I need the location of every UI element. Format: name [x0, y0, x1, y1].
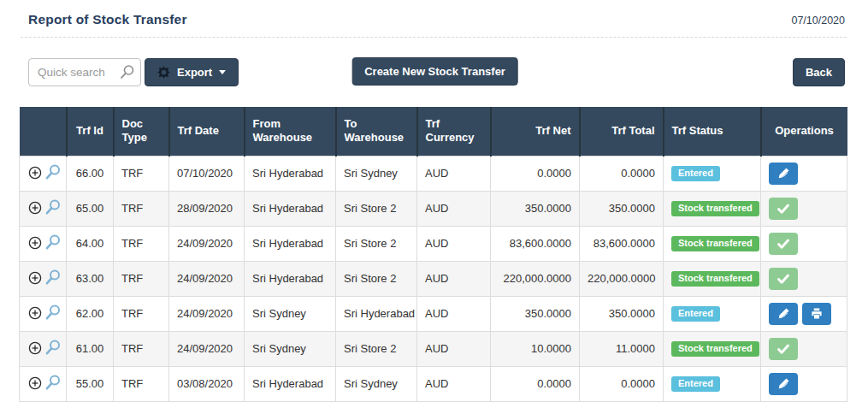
expand-row-icon[interactable] — [27, 270, 43, 286]
col-operations[interactable]: Operations — [761, 107, 847, 156]
page-header: Report of Stock Transfer 07/10/2020 — [28, 0, 845, 27]
col-from-warehouse[interactable]: From Warehouse — [245, 107, 336, 156]
printer-icon — [810, 307, 824, 320]
check-icon — [776, 273, 790, 285]
cell-to-warehouse: Sri Store 2 — [336, 331, 417, 366]
cell-trf-currency: AUD — [417, 366, 491, 401]
cell-operations — [761, 156, 847, 191]
cell-row-actions — [20, 261, 67, 296]
table-row: 65.00TRF28/09/2020Sri HyderabadSri Store… — [20, 191, 847, 226]
view-row-icon[interactable] — [44, 339, 62, 357]
cell-trf-id: 62.00 — [67, 296, 114, 331]
cell-trf-status: Entered — [664, 156, 761, 191]
cell-trf-total: 350.0000 — [580, 191, 664, 226]
cell-trf-date: 07/10/2020 — [169, 156, 245, 191]
cell-from-warehouse: Sri Hyderabad — [245, 191, 336, 226]
cell-trf-status: Entered — [664, 366, 761, 401]
pencil-icon — [777, 377, 790, 390]
expand-row-icon[interactable] — [27, 340, 43, 356]
expand-row-icon[interactable] — [27, 235, 43, 251]
cell-trf-status: Entered — [664, 296, 761, 331]
status-badge: Stock transfered — [671, 236, 759, 251]
col-to-warehouse[interactable]: To Warehouse — [336, 107, 417, 156]
expand-row-icon[interactable] — [27, 165, 43, 180]
cell-trf-net: 0.0000 — [491, 366, 580, 401]
cell-trf-id: 64.00 — [67, 226, 114, 261]
cell-to-warehouse: Sri Sydney — [336, 156, 417, 191]
quick-search — [28, 58, 141, 86]
cell-trf-total: 0.0000 — [580, 366, 664, 401]
table-row: 61.00TRF24/09/2020Sri SydneySri Store 2A… — [20, 331, 847, 366]
view-row-icon[interactable] — [44, 304, 62, 322]
create-new-stock-transfer-button[interactable]: Create New Stock Transfer — [351, 57, 518, 86]
stock-transfer-table: Trf IdDoc TypeTrf DateFrom WarehouseTo W… — [19, 107, 847, 402]
col-trf-date[interactable]: Trf Date — [169, 107, 245, 156]
export-button[interactable]: Export — [145, 58, 239, 86]
cell-row-actions — [20, 191, 67, 226]
header-row: Trf IdDoc TypeTrf DateFrom WarehouseTo W… — [20, 107, 847, 156]
cell-from-warehouse: Sri Hyderabad — [245, 261, 336, 296]
table-row: 63.00TRF24/09/2020Sri HyderabadSri Store… — [20, 261, 847, 296]
col-trf-net[interactable]: Trf Net — [491, 107, 580, 156]
cell-from-warehouse: Sri Hyderabad — [245, 366, 336, 401]
cell-trf-total: 11.0000 — [580, 331, 664, 366]
cell-trf-id: 63.00 — [67, 261, 114, 296]
edit-button[interactable] — [769, 303, 798, 325]
cell-trf-id: 55.00 — [67, 366, 114, 401]
cell-doc-type: TRF — [114, 366, 169, 401]
edit-button[interactable] — [769, 163, 798, 185]
col-trf-currency[interactable]: Trf Currency — [417, 107, 491, 156]
view-row-icon[interactable] — [44, 269, 62, 287]
cell-row-actions — [20, 331, 67, 366]
cell-doc-type: TRF — [114, 226, 169, 261]
cell-from-warehouse: Sri Sydney — [245, 296, 336, 331]
cell-operations — [761, 261, 847, 296]
search-icon[interactable] — [119, 64, 135, 80]
cell-operations — [761, 191, 847, 226]
col-trf-status[interactable]: Trf Status — [664, 107, 761, 156]
expand-row-icon[interactable] — [27, 305, 43, 321]
cell-trf-total: 350.0000 — [580, 296, 664, 331]
confirm-transfer-button[interactable] — [769, 198, 798, 220]
view-row-icon[interactable] — [44, 234, 62, 251]
edit-button[interactable] — [769, 373, 798, 395]
page-title: Report of Stock Transfer — [28, 12, 187, 27]
table-row: 55.00TRF03/08/2020Sri HyderabadSri Sydne… — [20, 366, 847, 401]
cell-trf-date: 24/09/2020 — [169, 261, 245, 296]
view-row-icon[interactable] — [44, 163, 62, 181]
col-doc-type[interactable]: Doc Type — [114, 107, 169, 156]
cell-to-warehouse: Sri Hyderabad — [336, 296, 417, 331]
view-row-icon[interactable] — [44, 374, 62, 392]
status-badge: Stock transfered — [671, 341, 759, 357]
expand-row-icon[interactable] — [27, 375, 43, 391]
cell-doc-type: TRF — [114, 191, 169, 226]
cell-trf-currency: AUD — [417, 156, 491, 191]
cell-operations — [761, 331, 847, 366]
toolbar: Export Create New Stock Transfer Back — [28, 57, 845, 86]
cell-trf-net: 350.0000 — [491, 191, 580, 226]
table-row: 64.00TRF24/09/2020Sri HyderabadSri Store… — [20, 226, 847, 261]
status-badge: Stock transfered — [671, 201, 759, 216]
confirm-transfer-button[interactable] — [769, 233, 798, 255]
cell-to-warehouse: Sri Store 2 — [336, 261, 417, 296]
expand-row-icon[interactable] — [27, 200, 43, 216]
print-button[interactable] — [802, 303, 831, 325]
col-trf-total[interactable]: Trf Total — [580, 107, 664, 156]
cell-trf-net: 83,600.0000 — [491, 226, 580, 261]
status-badge: Stock transfered — [671, 271, 759, 287]
report-date: 07/10/2020 — [791, 15, 845, 27]
cell-doc-type: TRF — [114, 156, 169, 191]
gear-icon — [157, 66, 170, 79]
page: Report of Stock Transfer 07/10/2020 Expo… — [0, 0, 868, 402]
cell-trf-id: 65.00 — [67, 191, 114, 226]
cell-doc-type: TRF — [114, 331, 169, 366]
view-row-icon[interactable] — [44, 198, 62, 216]
cell-trf-date: 24/09/2020 — [169, 296, 245, 331]
cell-trf-date: 03/08/2020 — [169, 366, 245, 401]
confirm-transfer-button[interactable] — [769, 268, 798, 290]
back-button[interactable]: Back — [793, 58, 845, 86]
confirm-transfer-button[interactable] — [769, 338, 798, 360]
table-body: 66.00TRF07/10/2020Sri HyderabadSri Sydne… — [20, 156, 847, 401]
col-trf-id[interactable]: Trf Id — [67, 107, 114, 156]
cell-trf-net: 350.0000 — [491, 296, 580, 331]
